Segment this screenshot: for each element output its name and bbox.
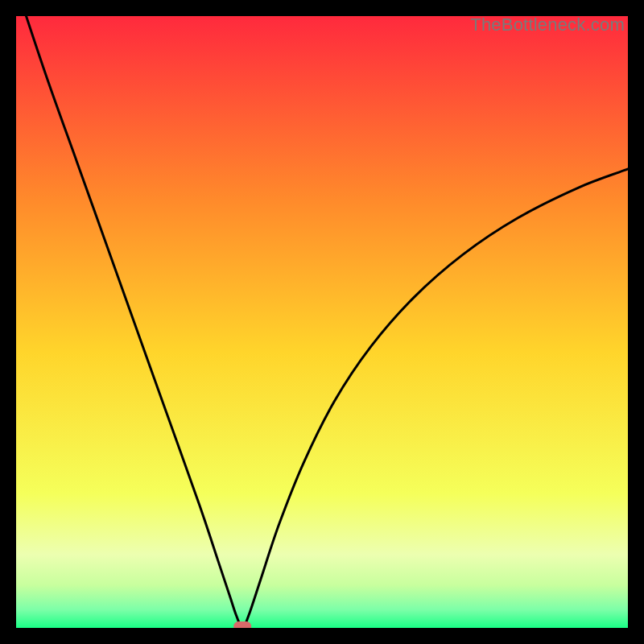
chart-frame: TheBottleneck.com xyxy=(0,0,644,644)
watermark-text: TheBottleneck.com xyxy=(470,14,625,35)
bottleneck-plot xyxy=(16,16,628,628)
optimum-marker xyxy=(233,621,251,628)
gradient-background xyxy=(16,16,628,628)
